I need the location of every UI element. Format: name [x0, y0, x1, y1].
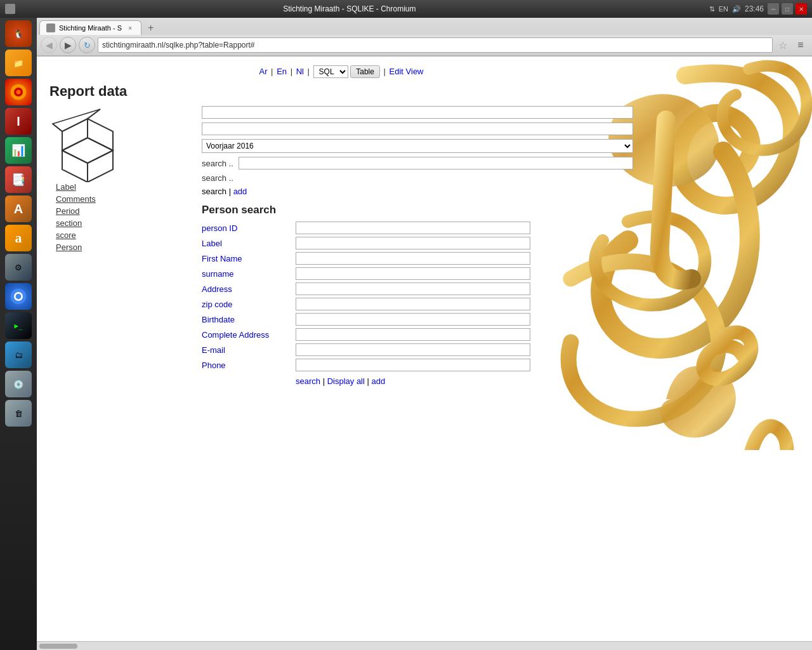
lang-en-link[interactable]: En [277, 67, 287, 76]
files-icon[interactable]: 📁 [5, 50, 32, 76]
firefox-icon[interactable] [5, 79, 32, 105]
person-display-all-link[interactable]: Display all [327, 376, 365, 386]
person-search-link[interactable]: search [296, 376, 320, 386]
person-complete-address-input[interactable] [296, 328, 530, 341]
link-section[interactable]: section [56, 218, 189, 228]
svg-point-5 [16, 294, 22, 300]
amazon-icon[interactable]: a [5, 225, 32, 251]
svg-marker-10 [88, 119, 113, 150]
page-content: Ar | En | Nl | SQL Table | Edit View Rep… [37, 56, 812, 641]
trash-icon[interactable]: 🗑 [5, 400, 32, 427]
person-sep-2: | [367, 376, 372, 386]
maximize-button[interactable]: □ [782, 3, 793, 15]
person-row-phone: Phone [202, 359, 633, 371]
minimize-button[interactable]: ─ [768, 3, 779, 15]
person-surname-input[interactable] [296, 267, 530, 280]
table-view-button[interactable]: Table [350, 65, 380, 78]
person-row-complete-address: Complete Address [202, 328, 633, 341]
link-label[interactable]: Label [56, 182, 189, 192]
sql-select[interactable]: SQL [313, 65, 348, 78]
settings-icon[interactable]: ⚙ [5, 254, 32, 281]
svg-marker-6 [62, 138, 113, 163]
person-birthdate-input[interactable] [296, 313, 530, 326]
writer-icon[interactable]: A [5, 196, 32, 222]
person-phone-label: Phone [202, 361, 291, 370]
svg-marker-8 [88, 150, 113, 182]
person-search-title: Person search [202, 204, 633, 216]
lang-indicator: EN [719, 5, 728, 13]
calc-icon[interactable]: 📊 [5, 137, 32, 164]
person-zip-input[interactable] [296, 298, 530, 310]
sys-tray: ⇅ EN 🔊 23:46 [709, 4, 764, 13]
address-bar[interactable] [98, 37, 773, 53]
form-row-section: search .. [202, 157, 633, 169]
person-search-links: search | Display all | add [202, 376, 633, 386]
link-person[interactable]: Person [56, 242, 189, 252]
link-comments[interactable]: Comments [56, 194, 189, 204]
chromium-task-icon[interactable] [5, 283, 32, 310]
person-row-address: Address [202, 282, 633, 295]
tab-close-button[interactable]: × [126, 23, 134, 32]
person-firstname-label: First Name [202, 254, 291, 263]
present-icon[interactable]: 📑 [5, 166, 32, 193]
form-row-period: Voorjaar 2016 Najaar 2016 Voorjaar 2017 [202, 139, 633, 153]
desktop: 🐧 📁 I 📊 📑 A a ⚙ [0, 18, 812, 650]
window-controls: ─ □ ✕ [768, 3, 807, 15]
network-icon: ⇅ [709, 5, 715, 13]
person-label-label: Label [202, 239, 291, 248]
person-id-input[interactable] [296, 222, 530, 234]
title-bar-text: Stichting Miraath - SQLIKE - Chromium [0, 4, 705, 13]
comments-input[interactable] [202, 123, 633, 135]
form-row-person-search: search .. [202, 173, 633, 183]
report-title: Report data [49, 83, 633, 100]
form-row-comments [202, 123, 633, 135]
edit-view-link[interactable]: Edit View [390, 67, 424, 76]
person-address-input[interactable] [296, 282, 530, 295]
person-row-email: E-mail [202, 343, 633, 356]
impress-icon[interactable]: I [5, 108, 32, 135]
volume-icon: 🔊 [732, 5, 741, 13]
sidebar: Label Comments Period section score Pers… [49, 106, 189, 386]
period-select[interactable]: Voorjaar 2016 Najaar 2016 Voorjaar 2017 [202, 139, 633, 153]
section-input[interactable] [239, 157, 633, 169]
form-area: Voorjaar 2016 Najaar 2016 Voorjaar 2017 … [189, 106, 633, 386]
nautilus-icon[interactable]: 🗂 [5, 342, 32, 368]
disk-icon[interactable]: 💿 [5, 371, 32, 397]
report-layout: Label Comments Period section score Pers… [49, 106, 633, 386]
person-email-input[interactable] [296, 343, 530, 356]
add-link[interactable]: add [233, 187, 247, 196]
person-id-label: person ID [202, 223, 291, 233]
person-phone-input[interactable] [296, 359, 530, 371]
title-bar: Stichting Miraath - SQLIKE - Chromium ⇅ … [0, 0, 812, 18]
browser-menu-button[interactable]: ≡ [793, 37, 808, 53]
svg-marker-9 [62, 119, 88, 150]
bookmark-star[interactable]: ☆ [775, 37, 790, 53]
forward-button[interactable]: ▶ [60, 37, 76, 53]
person-label-input[interactable] [296, 237, 530, 249]
lang-nl-link[interactable]: Nl [296, 67, 304, 76]
person-email-label: E-mail [202, 345, 291, 355]
close-button[interactable]: ✕ [796, 3, 807, 15]
terminal-icon[interactable]: ▶_ [5, 312, 32, 339]
browser-window: Stichting Miraath - S × + ◀ ▶ ↻ ☆ ≡ Ar [37, 18, 812, 650]
person-add-link[interactable]: add [372, 376, 386, 386]
sidebar-links: Label Comments Period section score Pers… [49, 182, 189, 252]
active-tab[interactable]: Stichting Miraath - S × [39, 20, 141, 35]
new-tab-button[interactable]: + [143, 21, 159, 35]
browser-chrome: Stichting Miraath - S × + ◀ ▶ ↻ ☆ ≡ [37, 18, 812, 56]
person-row-firstname: First Name [202, 252, 633, 265]
label-input[interactable] [202, 106, 633, 119]
person-firstname-input[interactable] [296, 252, 530, 265]
ubuntu-icon[interactable]: 🐧 [5, 20, 32, 47]
person-birthdate-label: Birthdate [202, 315, 291, 324]
link-period[interactable]: Period [56, 206, 189, 216]
person-row-zip: zip code [202, 298, 633, 310]
nav-bar: ◀ ▶ ↻ ☆ ≡ [37, 35, 812, 56]
horizontal-scrollbar[interactable] [37, 641, 812, 650]
person-complete-address-label: Complete Address [202, 330, 291, 340]
lang-ar-link[interactable]: Ar [259, 67, 267, 76]
back-button[interactable]: ◀ [41, 37, 57, 53]
svg-point-2 [16, 90, 21, 95]
refresh-button[interactable]: ↻ [79, 37, 95, 53]
link-score[interactable]: score [56, 230, 189, 240]
